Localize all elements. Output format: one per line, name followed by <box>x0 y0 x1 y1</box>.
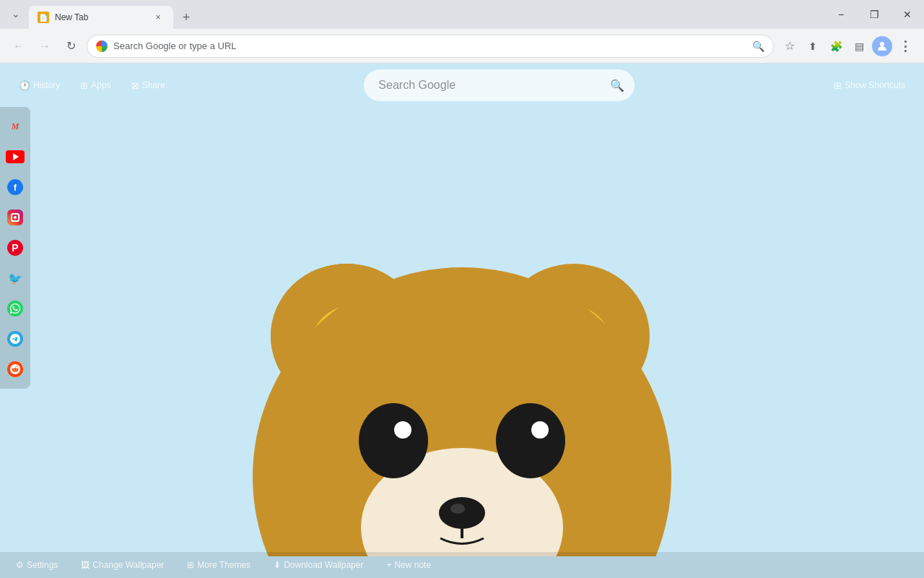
facebook-icon: f <box>7 179 23 195</box>
active-tab[interactable]: 📄 New Tab × <box>29 6 173 29</box>
apps-icon: ⊞ <box>80 80 88 91</box>
telegram-icon <box>7 331 23 347</box>
wallpaper-label: Change Wallpaper <box>92 560 164 570</box>
reddit-icon <box>7 361 23 377</box>
close-button[interactable]: ✕ <box>891 0 924 29</box>
new-tab-button[interactable]: + <box>176 7 196 27</box>
left-sidebar: M f P <box>0 107 30 389</box>
apps-label: Apps <box>91 80 110 90</box>
sidebar-item-youtube[interactable] <box>0 142 30 172</box>
sidebar-item-reddit[interactable] <box>0 354 30 384</box>
note-icon: + <box>386 560 391 570</box>
pinterest-icon: P <box>7 240 23 256</box>
instagram-icon <box>7 210 23 225</box>
youtube-icon <box>6 150 25 163</box>
tab-list-chevron[interactable]: ⌄ <box>6 4 26 24</box>
minimize-button[interactable]: − <box>824 0 858 29</box>
search-box[interactable]: Search Google <box>364 69 635 101</box>
svg-point-10 <box>496 403 565 478</box>
search-box-placeholder: Search Google <box>378 79 456 92</box>
sidebar-item-whatsapp[interactable] <box>0 293 30 324</box>
youtube-play-triangle <box>13 153 19 160</box>
change-wallpaper-button[interactable]: 🖼 Change Wallpaper <box>77 558 168 572</box>
sidebar-item-gmail[interactable]: M <box>0 111 30 142</box>
wallpaper-icon: 🖼 <box>81 560 90 570</box>
share-icon: ⊠ <box>131 80 139 91</box>
tab-favicon: 📄 <box>38 12 49 23</box>
address-bar-icons: ☆ ⬆ 🧩 ▤ ⋮ <box>780 36 915 56</box>
sidebar-toggle-icon[interactable]: ▤ <box>849 36 869 56</box>
google-icon <box>96 40 108 52</box>
main-content: 🕐 History ⊞ Apps ⊠ Share Search Google <box>0 64 924 578</box>
settings-button[interactable]: ⚙ Settings <box>12 558 62 572</box>
sidebar-item-instagram[interactable] <box>0 202 30 233</box>
search-box-container: Search Google 🔍 <box>364 69 635 101</box>
bear-svg <box>217 195 707 556</box>
bottom-bar: ⚙ Settings 🖼 Change Wallpaper ⊞ More The… <box>0 552 924 578</box>
window-controls: − ❐ ✕ <box>824 0 924 29</box>
topbar-center: Search Google 🔍 <box>170 69 829 101</box>
apps-button[interactable]: ⊞ Apps <box>76 77 115 94</box>
svg-point-11 <box>531 421 549 439</box>
share-button[interactable]: ⊠ Share <box>127 77 170 94</box>
svg-point-12 <box>439 497 485 529</box>
history-button[interactable]: 🕐 History <box>14 77 64 94</box>
profile-button[interactable] <box>872 36 892 56</box>
tab-strip: 📄 New Tab × + <box>22 0 196 29</box>
maximize-button[interactable]: ❐ <box>858 0 891 29</box>
show-shortcuts-button[interactable]: ⊞ Show Shortcuts <box>829 77 910 94</box>
new-note-button[interactable]: + New note <box>382 558 435 572</box>
svg-point-8 <box>359 403 428 478</box>
themes-label: More Themes <box>197 560 250 570</box>
twitter-icon: 🐦 <box>8 272 22 285</box>
note-label: New note <box>394 560 431 570</box>
instagram-dot <box>14 216 17 219</box>
sidebar-item-twitter[interactable]: 🐦 <box>0 263 30 293</box>
history-label: History <box>33 80 60 90</box>
extensions-icon[interactable]: 🧩 <box>826 36 846 56</box>
topbar-right: ⊞ Show Shortcuts <box>829 77 910 94</box>
forward-button[interactable]: → <box>35 36 55 56</box>
download-label: Download Wallpaper <box>284 560 363 570</box>
share-icon[interactable]: ⬆ <box>803 36 823 56</box>
tab-title: New Tab <box>55 12 146 22</box>
refresh-button[interactable]: ↻ <box>61 36 81 56</box>
show-shortcuts-label: Show Shortcuts <box>845 80 905 90</box>
tab-close-button[interactable]: × <box>152 11 165 24</box>
sidebar-item-facebook[interactable]: f <box>0 172 30 202</box>
newtab-topbar: 🕐 History ⊞ Apps ⊠ Share Search Google <box>0 64 924 107</box>
topbar-left: 🕐 History ⊞ Apps ⊠ Share <box>14 77 170 94</box>
download-wallpaper-button[interactable]: ⬇ Download Wallpaper <box>269 558 367 572</box>
settings-label: Settings <box>27 560 58 570</box>
svg-point-13 <box>450 504 465 514</box>
address-bar: ← → ↻ Search Google or type a URL 🔍 ☆ ⬆ … <box>0 29 924 64</box>
back-button[interactable]: ← <box>9 36 29 56</box>
omnibox-search-icon: 🔍 <box>752 40 764 52</box>
title-bar: ⌄ 📄 New Tab × + − ❐ ✕ <box>0 0 924 29</box>
more-themes-button[interactable]: ⊞ More Themes <box>183 558 255 572</box>
show-shortcuts-icon: ⊞ <box>834 80 842 91</box>
svg-point-0 <box>880 42 884 46</box>
history-icon: 🕐 <box>19 80 30 91</box>
whatsapp-icon <box>7 301 23 316</box>
bear-illustration <box>209 181 715 556</box>
menu-icon[interactable]: ⋮ <box>895 36 915 56</box>
bookmark-icon[interactable]: ☆ <box>780 36 800 56</box>
omnibox[interactable]: Search Google or type a URL 🔍 <box>87 35 774 58</box>
sidebar-item-telegram[interactable] <box>0 324 30 354</box>
instagram-frame <box>11 213 19 222</box>
svg-point-9 <box>394 421 411 439</box>
share-label: Share <box>142 80 165 90</box>
sidebar-item-pinterest[interactable]: P <box>0 233 30 263</box>
omnibox-text: Search Google or type a URL <box>113 40 746 51</box>
settings-icon: ⚙ <box>16 560 24 570</box>
download-icon: ⬇ <box>274 560 281 570</box>
search-submit-icon[interactable]: 🔍 <box>609 77 626 94</box>
browser-frame: ⌄ 📄 New Tab × + − ❐ ✕ ← → ↻ Search Googl… <box>0 0 924 578</box>
themes-icon: ⊞ <box>187 560 194 570</box>
